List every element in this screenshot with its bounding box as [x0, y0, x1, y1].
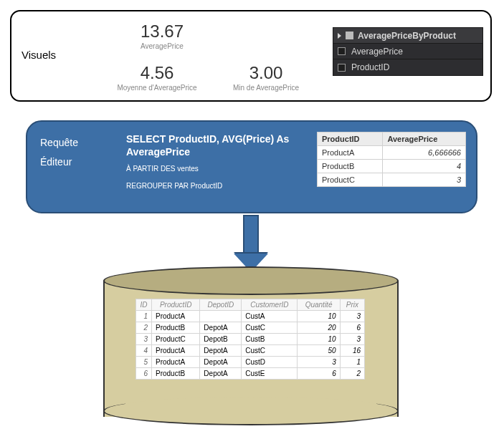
kpi-value: 13.67	[119, 21, 205, 42]
col-quantity: Quantité	[298, 299, 340, 311]
query-result-table: ProductID AveragePrice ProductA6,666666 …	[317, 132, 466, 187]
table-header: ID ProductID DepotID CustomerID Quantité…	[136, 299, 365, 311]
kpi-value: 3.00	[212, 63, 320, 83]
table-row: 3ProductCDepotBCustB103	[136, 334, 365, 345]
table-icon	[346, 32, 353, 39]
flow-arrow	[234, 215, 268, 272]
source-data-table: ID ProductID DepotID CustomerID Quantité…	[135, 299, 365, 380]
sql-groupby: REGROUPER PAR ProductID	[126, 180, 305, 193]
table-row: 1ProductACustA103	[136, 311, 365, 322]
kpi-value: 4.56	[96, 63, 218, 83]
field-row-productid[interactable]: ProductID	[333, 59, 482, 75]
checkbox-icon[interactable]	[338, 64, 346, 72]
col-customerid: CustomerID	[242, 299, 298, 311]
editor-label: Éditeur	[40, 153, 126, 172]
table-name: AveragePriceByProduct	[358, 31, 456, 41]
kpi-average-price: 13.67 AveragePrice	[119, 21, 205, 50]
col-id: ID	[136, 299, 152, 311]
col-depotid: DepotID	[200, 299, 242, 311]
kpi-avg-of-average: 4.56 Moyenne d'AveragePrice	[96, 63, 218, 92]
table-row: 2ProductBDepotACustC206	[136, 322, 365, 334]
table-row: 4ProductADepotACustC5016	[136, 345, 365, 357]
col-productid: ProductID	[152, 299, 200, 311]
checkbox-icon[interactable]	[338, 47, 346, 55]
col-averageprice: AveragePrice	[383, 132, 466, 146]
expand-icon[interactable]	[338, 33, 341, 39]
query-panel: Requête Éditeur SELECT ProductID, AVG(Pr…	[26, 120, 477, 213]
fields-pane[interactable]: AveragePriceByProduct AveragePrice Produ…	[333, 27, 483, 76]
table-row: ProductB4	[318, 160, 466, 173]
field-label: ProductID	[351, 62, 389, 72]
table-row: ProductC3	[318, 173, 466, 187]
sql-select: SELECT ProductID, AVG(Price) As AverageP…	[126, 133, 305, 158]
visuals-panel: Visuels 13.67 AveragePrice 4.56 Moyenne …	[10, 10, 492, 102]
cylinder-top	[103, 266, 399, 295]
sql-from: À PARTIR DES ventes	[126, 163, 305, 175]
query-labels: Requête Éditeur	[40, 133, 126, 171]
field-row-averageprice[interactable]: AveragePrice	[333, 44, 482, 59]
table-header-row[interactable]: AveragePriceByProduct	[333, 28, 482, 44]
table-row: 5ProductADepotACustD31	[136, 357, 365, 368]
arrow-stem	[243, 215, 259, 254]
table-row: 6ProductBDepotACustE62	[136, 368, 365, 380]
table-header: ProductID AveragePrice	[318, 132, 466, 146]
kpi-caption: AveragePrice	[119, 42, 205, 50]
database-cylinder: ID ProductID DepotID CustomerID Quantité…	[103, 266, 399, 425]
kpi-caption: Min de AveragePrice	[212, 84, 320, 92]
cylinder-bottom	[103, 397, 399, 425]
visuals-label: Visuels	[22, 49, 56, 61]
table-row: ProductA6,666666	[318, 146, 466, 160]
field-label: AveragePrice	[351, 47, 403, 57]
kpi-min-average: 3.00 Min de AveragePrice	[212, 63, 320, 92]
sql-text: SELECT ProductID, AVG(Price) As AverageP…	[126, 133, 305, 193]
query-label: Requête	[40, 133, 126, 153]
col-price: Prix	[340, 299, 364, 311]
kpi-caption: Moyenne d'AveragePrice	[96, 84, 218, 92]
col-productid: ProductID	[318, 132, 383, 146]
